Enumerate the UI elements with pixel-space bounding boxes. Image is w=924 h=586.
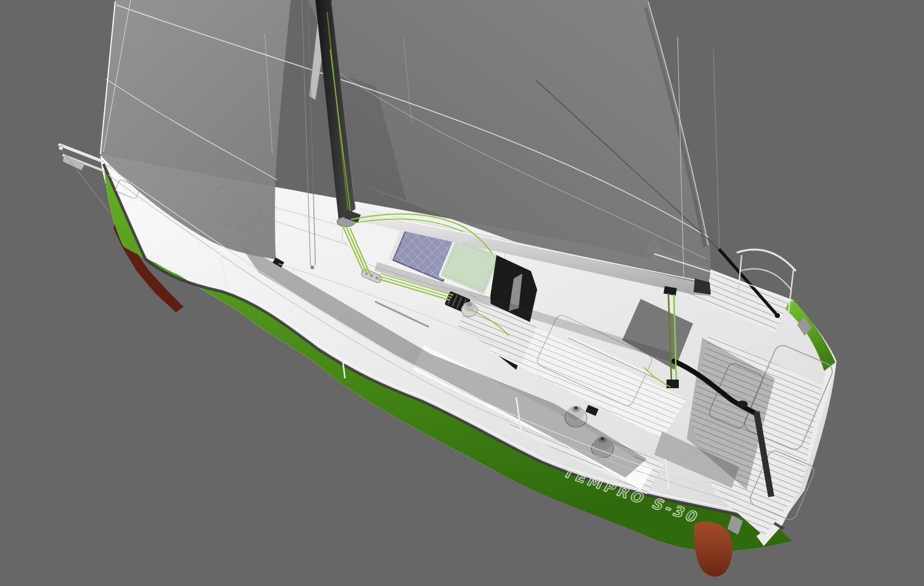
deck-fitting — [310, 266, 314, 269]
bowsprit-tip-fitting — [59, 146, 63, 150]
yacht-3d-render: TEMPRO S-30 — [0, 0, 924, 586]
yacht-render-viewport: TEMPRO S-30 — [0, 0, 924, 586]
tiller-head-fitting — [737, 401, 748, 408]
winch-socket — [574, 406, 577, 409]
winch-top — [466, 302, 472, 306]
backstay-chainplate — [775, 313, 780, 318]
mainsheet-lower-block — [667, 380, 679, 388]
